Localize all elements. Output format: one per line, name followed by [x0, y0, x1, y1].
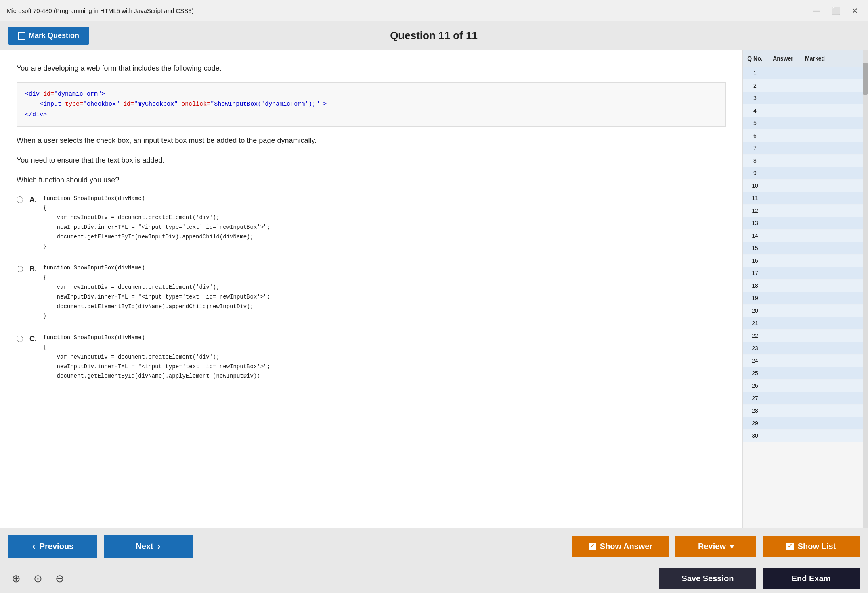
show-list-label: Show List — [798, 542, 836, 551]
question-area: You are developing a web form that inclu… — [0, 50, 742, 528]
sidebar-cell-marked — [799, 94, 831, 102]
sidebar-cell-marked — [799, 319, 831, 328]
close-button[interactable]: ✕ — [849, 6, 861, 16]
sidebar-cell-answer — [767, 231, 799, 240]
zoom-reset-button[interactable]: ⊙ — [30, 571, 46, 587]
sidebar-cell-num: 2 — [743, 81, 767, 90]
sidebar-cell-num: 12 — [743, 206, 767, 215]
sidebar-row[interactable]: 13 — [743, 217, 863, 230]
sidebar-cell-num: 19 — [743, 294, 767, 303]
sidebar-row[interactable]: 7 — [743, 142, 863, 155]
sidebar-cell-answer — [767, 369, 799, 378]
radio-c[interactable] — [17, 336, 23, 342]
sidebar-cell-answer — [767, 94, 799, 102]
sidebar-cell-answer — [767, 194, 799, 203]
sidebar-row[interactable]: 1 — [743, 67, 863, 79]
sidebar-row[interactable]: 8 — [743, 155, 863, 167]
sidebar-cell-num: 9 — [743, 169, 767, 177]
sidebar-row[interactable]: 25 — [743, 367, 863, 380]
code-block: <div id="dynamicForm"> <input type="chec… — [17, 82, 726, 127]
sidebar-row[interactable]: 11 — [743, 192, 863, 205]
sidebar-col-marked: Marked — [799, 54, 831, 63]
mark-question-button[interactable]: Mark Question — [8, 27, 89, 45]
sidebar-cell-num: 24 — [743, 356, 767, 365]
show-answer-checkbox-icon — [589, 543, 596, 550]
show-list-button[interactable]: Show List — [763, 536, 860, 557]
sidebar-cell-answer — [767, 356, 799, 365]
sidebar-cell-answer — [767, 406, 799, 415]
zoom-in-icon: ⊕ — [12, 572, 21, 585]
next-button[interactable]: Next — [104, 535, 193, 558]
option-a-label: A. — [29, 196, 37, 204]
mark-question-label: Mark Question — [29, 31, 79, 40]
sidebar-cell-num: 14 — [743, 231, 767, 240]
review-button[interactable]: Review — [675, 536, 756, 557]
zoom-in-button[interactable]: ⊕ — [8, 571, 24, 587]
sidebar-cell-marked — [799, 181, 831, 190]
sidebar-cell-answer — [767, 144, 799, 152]
sidebar-row[interactable]: 10 — [743, 180, 863, 192]
option-a-code: function ShowInputBox(divName) { var new… — [43, 194, 270, 252]
next-label: Next — [136, 542, 153, 551]
sidebar-row[interactable]: 24 — [743, 355, 863, 367]
sidebar-cell-num: 21 — [743, 319, 767, 328]
sidebar-cell-answer — [767, 269, 799, 278]
sidebar-row[interactable]: 18 — [743, 280, 863, 292]
minimize-button[interactable]: — — [810, 6, 824, 16]
sidebar-cell-answer — [767, 381, 799, 390]
sidebar-cell-answer — [767, 256, 799, 265]
sidebar-row[interactable]: 3 — [743, 92, 863, 104]
sidebar-cell-marked — [799, 131, 831, 140]
sidebar-row[interactable]: 19 — [743, 292, 863, 305]
sidebar-cell-marked — [799, 419, 831, 428]
sidebar-row[interactable]: 27 — [743, 392, 863, 405]
sidebar-row[interactable]: 12 — [743, 205, 863, 217]
sidebar-cell-num: 22 — [743, 331, 767, 340]
sidebar-row[interactable]: 26 — [743, 380, 863, 392]
maximize-button[interactable]: ⬜ — [828, 6, 844, 16]
sidebar-cell-num: 26 — [743, 381, 767, 390]
sidebar-row[interactable]: 29 — [743, 417, 863, 430]
end-exam-label: End Exam — [792, 574, 831, 583]
sidebar-row[interactable]: 22 — [743, 330, 863, 342]
sidebar-cell-answer — [767, 331, 799, 340]
sidebar-row[interactable]: 17 — [743, 267, 863, 280]
sidebar-row[interactable]: 4 — [743, 104, 863, 117]
sidebar-cell-marked — [799, 431, 831, 440]
sidebar-scrollbar[interactable] — [863, 50, 868, 528]
sidebar-cell-marked — [799, 81, 831, 90]
sidebar-cell-num: 10 — [743, 181, 767, 190]
sidebar-row[interactable]: 9 — [743, 167, 863, 180]
show-answer-button[interactable]: Show Answer — [572, 536, 669, 557]
option-b: B. function ShowInputBox(divName) { var … — [17, 263, 726, 321]
sidebar-cell-marked — [799, 369, 831, 378]
sidebar-row[interactable]: 6 — [743, 129, 863, 142]
sidebar-row[interactable]: 14 — [743, 230, 863, 242]
sidebar-row[interactable]: 21 — [743, 317, 863, 330]
sidebar-scroll[interactable]: 1 2 3 4 5 6 7 8 — [743, 67, 863, 528]
sidebar-row[interactable]: 5 — [743, 117, 863, 129]
sidebar-cell-answer — [767, 244, 799, 253]
sidebar-cell-answer — [767, 156, 799, 165]
sidebar-cell-marked — [799, 69, 831, 77]
bottom-bar: Previous Next Show Answer Review Show Li… — [0, 528, 868, 593]
sidebar-row[interactable]: 28 — [743, 405, 863, 417]
question-paragraph3: Which function should you use? — [17, 174, 726, 186]
sidebar-cell-num: 4 — [743, 106, 767, 115]
sidebar-row[interactable]: 30 — [743, 430, 863, 442]
sidebar-cell-num: 1 — [743, 69, 767, 77]
save-session-button[interactable]: Save Session — [659, 568, 756, 589]
radio-a[interactable] — [17, 196, 23, 203]
radio-b[interactable] — [17, 266, 23, 272]
save-session-label: Save Session — [682, 574, 734, 583]
sidebar-row[interactable]: 15 — [743, 242, 863, 255]
sidebar-row[interactable]: 23 — [743, 342, 863, 355]
sidebar-row[interactable]: 20 — [743, 305, 863, 317]
previous-button[interactable]: Previous — [8, 535, 97, 558]
sidebar-cell-marked — [799, 381, 831, 390]
sidebar-cell-num: 13 — [743, 219, 767, 228]
sidebar-row[interactable]: 16 — [743, 255, 863, 267]
zoom-out-button[interactable]: ⊖ — [52, 571, 67, 587]
sidebar-row[interactable]: 2 — [743, 79, 863, 92]
end-exam-button[interactable]: End Exam — [763, 568, 860, 589]
